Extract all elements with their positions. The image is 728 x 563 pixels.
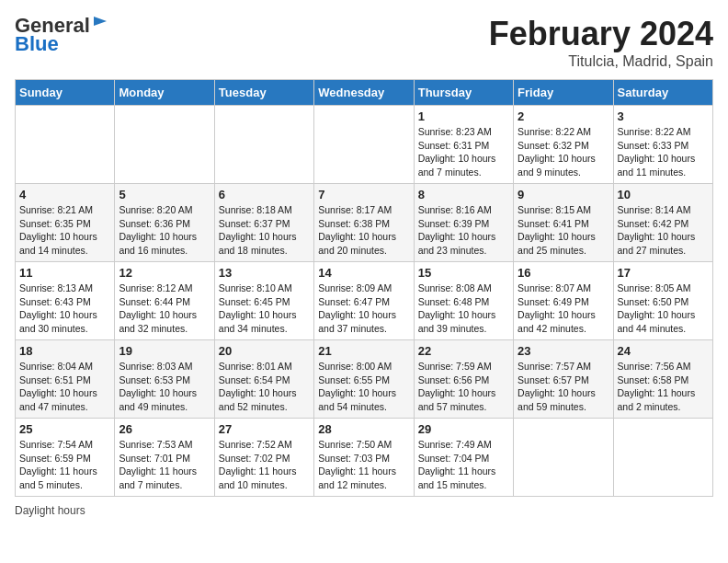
day-number: 7: [318, 188, 409, 201]
day-number: 13: [219, 266, 310, 280]
calendar-cell: 27Sunrise: 7:52 AM Sunset: 7:02 PM Dayli…: [214, 419, 313, 497]
day-info: Sunrise: 8:16 AM Sunset: 6:39 PM Dayligh…: [418, 203, 509, 258]
day-info: Sunrise: 8:10 AM Sunset: 6:45 PM Dayligh…: [219, 282, 310, 336]
calendar-cell: 14Sunrise: 8:09 AM Sunset: 6:47 PM Dayli…: [314, 262, 414, 340]
day-number: 24: [618, 344, 709, 358]
title-block: February 2024 Titulcia, Madrid, Spain: [489, 15, 713, 70]
day-info: Sunrise: 8:14 AM Sunset: 6:42 PM Dayligh…: [618, 203, 709, 258]
svg-marker-0: [94, 17, 107, 26]
day-info: Sunrise: 8:09 AM Sunset: 6:47 PM Dayligh…: [318, 282, 409, 336]
calendar-cell: 21Sunrise: 8:00 AM Sunset: 6:55 PM Dayli…: [314, 340, 414, 419]
calendar-day-header: Monday: [115, 80, 214, 106]
day-info: Sunrise: 7:54 AM Sunset: 6:59 PM Dayligh…: [19, 438, 110, 492]
calendar-header-row: SundayMondayTuesdayWednesdayThursdayFrid…: [16, 80, 713, 106]
calendar-day-header: Saturday: [613, 80, 712, 106]
calendar-cell: 15Sunrise: 8:08 AM Sunset: 6:48 PM Dayli…: [414, 262, 513, 340]
day-number: 3: [618, 109, 709, 123]
calendar-cell: [314, 106, 414, 184]
day-info: Sunrise: 8:18 AM Sunset: 6:37 PM Dayligh…: [219, 203, 310, 258]
day-info: Sunrise: 8:12 AM Sunset: 6:44 PM Dayligh…: [119, 282, 210, 336]
calendar-cell: 9Sunrise: 8:15 AM Sunset: 6:41 PM Daylig…: [514, 184, 613, 262]
calendar-cell: [214, 106, 313, 184]
day-number: 20: [219, 344, 310, 358]
day-number: 4: [19, 188, 110, 201]
page-header: General Blue February 2024 Titulcia, Mad…: [15, 15, 713, 70]
day-info: Sunrise: 8:22 AM Sunset: 6:33 PM Dayligh…: [618, 125, 709, 179]
calendar-cell: [514, 419, 613, 497]
calendar-day-header: Tuesday: [214, 80, 313, 106]
day-number: 1: [418, 109, 509, 123]
calendar-cell: 29Sunrise: 7:49 AM Sunset: 7:04 PM Dayli…: [414, 419, 513, 497]
logo-blue-text: Blue: [15, 33, 59, 55]
day-info: Sunrise: 8:13 AM Sunset: 6:43 PM Dayligh…: [19, 282, 110, 336]
calendar-cell: 8Sunrise: 8:16 AM Sunset: 6:39 PM Daylig…: [414, 184, 513, 262]
logo: General Blue: [15, 15, 108, 55]
calendar-cell: 28Sunrise: 7:50 AM Sunset: 7:03 PM Dayli…: [314, 419, 414, 497]
day-info: Sunrise: 8:03 AM Sunset: 6:53 PM Dayligh…: [119, 360, 210, 414]
day-info: Sunrise: 7:57 AM Sunset: 6:57 PM Dayligh…: [518, 360, 609, 414]
day-number: 17: [618, 266, 709, 280]
day-info: Sunrise: 7:53 AM Sunset: 7:01 PM Dayligh…: [119, 438, 210, 492]
calendar-cell: 6Sunrise: 8:18 AM Sunset: 6:37 PM Daylig…: [214, 184, 313, 262]
day-info: Sunrise: 8:04 AM Sunset: 6:51 PM Dayligh…: [19, 360, 110, 414]
day-number: 23: [518, 344, 609, 358]
day-info: Sunrise: 7:52 AM Sunset: 7:02 PM Dayligh…: [219, 438, 310, 492]
calendar-cell: 19Sunrise: 8:03 AM Sunset: 6:53 PM Dayli…: [115, 340, 214, 419]
calendar-cell: 18Sunrise: 8:04 AM Sunset: 6:51 PM Dayli…: [16, 340, 115, 419]
calendar-cell: 2Sunrise: 8:22 AM Sunset: 6:32 PM Daylig…: [514, 106, 613, 184]
day-info: Sunrise: 8:00 AM Sunset: 6:55 PM Dayligh…: [318, 360, 409, 414]
calendar-day-header: Wednesday: [314, 80, 414, 106]
day-info: Sunrise: 8:22 AM Sunset: 6:32 PM Dayligh…: [518, 125, 609, 179]
footer: Daylight hours: [15, 504, 713, 517]
calendar-cell: 12Sunrise: 8:12 AM Sunset: 6:44 PM Dayli…: [115, 262, 214, 340]
day-number: 12: [119, 266, 210, 280]
day-info: Sunrise: 8:17 AM Sunset: 6:38 PM Dayligh…: [318, 203, 409, 258]
day-number: 18: [19, 344, 110, 358]
logo-flag-icon: [92, 15, 108, 31]
calendar-week-row: 25Sunrise: 7:54 AM Sunset: 6:59 PM Dayli…: [16, 419, 713, 497]
day-info: Sunrise: 7:59 AM Sunset: 6:56 PM Dayligh…: [418, 360, 509, 414]
calendar-cell: 17Sunrise: 8:05 AM Sunset: 6:50 PM Dayli…: [613, 262, 712, 340]
day-number: 15: [418, 266, 509, 280]
calendar-cell: 25Sunrise: 7:54 AM Sunset: 6:59 PM Dayli…: [16, 419, 115, 497]
calendar-table: SundayMondayTuesdayWednesdayThursdayFrid…: [15, 79, 713, 497]
calendar-cell: 16Sunrise: 8:07 AM Sunset: 6:49 PM Dayli…: [514, 262, 613, 340]
day-number: 19: [119, 344, 210, 358]
calendar-cell: 11Sunrise: 8:13 AM Sunset: 6:43 PM Dayli…: [16, 262, 115, 340]
day-number: 26: [119, 422, 210, 436]
day-info: Sunrise: 8:05 AM Sunset: 6:50 PM Dayligh…: [618, 282, 709, 336]
calendar-week-row: 18Sunrise: 8:04 AM Sunset: 6:51 PM Dayli…: [16, 340, 713, 419]
day-number: 9: [518, 188, 609, 201]
calendar-cell: 7Sunrise: 8:17 AM Sunset: 6:38 PM Daylig…: [314, 184, 414, 262]
day-number: 29: [418, 422, 509, 436]
day-info: Sunrise: 8:15 AM Sunset: 6:41 PM Dayligh…: [518, 203, 609, 258]
calendar-cell: [115, 106, 214, 184]
day-number: 6: [219, 188, 310, 201]
daylight-label: Daylight hours: [15, 504, 85, 517]
calendar-cell: 24Sunrise: 7:56 AM Sunset: 6:58 PM Dayli…: [613, 340, 712, 419]
calendar-week-row: 1Sunrise: 8:23 AM Sunset: 6:31 PM Daylig…: [16, 106, 713, 184]
calendar-day-header: Sunday: [16, 80, 115, 106]
calendar-cell: 26Sunrise: 7:53 AM Sunset: 7:01 PM Dayli…: [115, 419, 214, 497]
calendar-cell: 10Sunrise: 8:14 AM Sunset: 6:42 PM Dayli…: [613, 184, 712, 262]
location-title: Titulcia, Madrid, Spain: [489, 53, 713, 70]
day-number: 11: [19, 266, 110, 280]
day-number: 16: [518, 266, 609, 280]
day-number: 10: [618, 188, 709, 201]
calendar-cell: 13Sunrise: 8:10 AM Sunset: 6:45 PM Dayli…: [214, 262, 313, 340]
day-number: 2: [518, 109, 609, 123]
day-number: 8: [418, 188, 509, 201]
calendar-cell: 5Sunrise: 8:20 AM Sunset: 6:36 PM Daylig…: [115, 184, 214, 262]
calendar-cell: [16, 106, 115, 184]
day-number: 25: [19, 422, 110, 436]
calendar-cell: 3Sunrise: 8:22 AM Sunset: 6:33 PM Daylig…: [613, 106, 712, 184]
day-info: Sunrise: 8:08 AM Sunset: 6:48 PM Dayligh…: [418, 282, 509, 336]
day-number: 5: [119, 188, 210, 201]
day-info: Sunrise: 7:49 AM Sunset: 7:04 PM Dayligh…: [418, 438, 509, 492]
calendar-week-row: 4Sunrise: 8:21 AM Sunset: 6:35 PM Daylig…: [16, 184, 713, 262]
day-info: Sunrise: 8:23 AM Sunset: 6:31 PM Dayligh…: [418, 125, 509, 179]
day-number: 27: [219, 422, 310, 436]
day-info: Sunrise: 8:01 AM Sunset: 6:54 PM Dayligh…: [219, 360, 310, 414]
day-info: Sunrise: 8:07 AM Sunset: 6:49 PM Dayligh…: [518, 282, 609, 336]
calendar-cell: 23Sunrise: 7:57 AM Sunset: 6:57 PM Dayli…: [514, 340, 613, 419]
